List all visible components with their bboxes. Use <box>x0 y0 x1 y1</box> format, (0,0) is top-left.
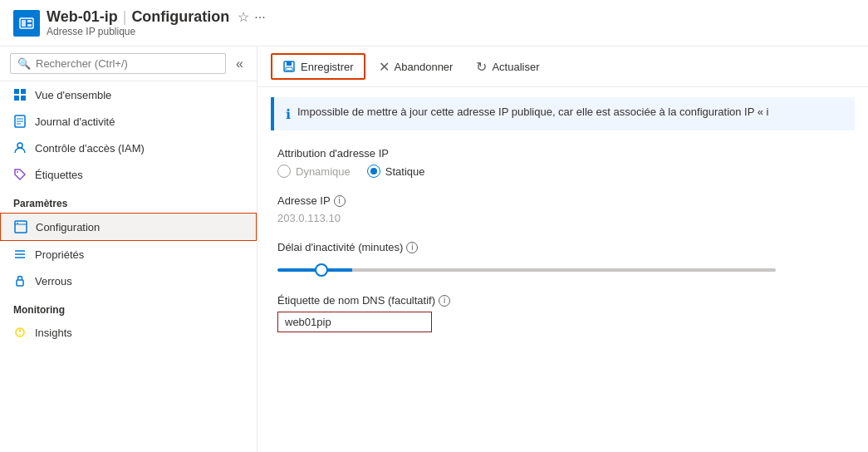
more-icon[interactable]: ··· <box>254 10 265 25</box>
ip-assignment-group: Attribution d'adresse IP Dynamique Stati… <box>277 147 848 178</box>
sidebar-label-controle: Contrôle d'accès (IAM) <box>35 142 145 155</box>
ip-assignment-label: Attribution d'adresse IP <box>277 147 848 160</box>
refresh-icon: ↻ <box>476 59 487 75</box>
ip-address-label: Adresse IP i <box>277 194 848 207</box>
iam-icon <box>13 141 27 155</box>
idle-timeout-slider-container <box>277 258 848 278</box>
svg-rect-4 <box>14 89 19 94</box>
search-input[interactable] <box>36 57 218 70</box>
discard-label: Abandonner <box>395 61 454 73</box>
sidebar-label-configuration: Configuration <box>36 221 100 233</box>
svg-point-12 <box>17 143 22 148</box>
radio-dynamic[interactable]: Dynamique <box>277 165 351 178</box>
banner-text: Impossible de mettre à jour cette adress… <box>297 106 769 118</box>
idle-timeout-slider[interactable] <box>277 268 776 272</box>
search-bar: 🔍 « <box>0 47 257 81</box>
svg-point-23 <box>19 334 21 336</box>
radio-static[interactable]: Statique <box>367 165 425 178</box>
svg-rect-20 <box>17 280 23 286</box>
tags-icon <box>13 168 27 181</box>
discard-icon: ✕ <box>379 59 390 75</box>
properties-icon <box>13 248 27 261</box>
toolbar: Enregistrer ✕ Abandonner ↻ Actualiser <box>257 47 868 87</box>
insights-icon <box>13 326 27 339</box>
resource-icon <box>13 10 40 37</box>
save-label: Enregistrer <box>301 61 354 73</box>
dns-label-group: Étiquette de nom DNS (facultatif) i <box>277 294 848 332</box>
lock-icon <box>13 274 27 287</box>
main-layout: 🔍 « Vue d'ensemble Journal d'activité Co… <box>0 47 868 452</box>
svg-rect-2 <box>27 20 32 22</box>
svg-rect-5 <box>21 89 26 94</box>
radio-static-label: Statique <box>385 165 425 178</box>
dns-input-wrap[interactable] <box>277 312 432 332</box>
config-icon <box>14 220 27 233</box>
dns-info-icon[interactable]: i <box>439 295 450 307</box>
ip-address-info-icon[interactable]: i <box>334 195 346 207</box>
svg-rect-16 <box>17 223 18 224</box>
overview-icon <box>13 88 27 101</box>
sidebar-item-configuration[interactable]: Configuration <box>0 213 257 241</box>
svg-rect-1 <box>22 20 26 27</box>
svg-point-13 <box>17 171 18 173</box>
content-area: Enregistrer ✕ Abandonner ↻ Actualiser ℹ … <box>257 47 868 452</box>
svg-rect-6 <box>14 96 19 101</box>
idle-timeout-label: Délai d'inactivité (minutes) i <box>277 241 848 253</box>
sidebar-label-journal: Journal d'activité <box>35 115 115 128</box>
page-title: Configuration <box>131 8 229 26</box>
sidebar-item-verrous[interactable]: Verrous <box>0 268 257 294</box>
header-text: Web-01-ip | Configuration ☆ ··· Adresse … <box>47 8 266 37</box>
form-content: Attribution d'adresse IP Dynamique Stati… <box>257 140 868 452</box>
save-icon <box>282 60 296 73</box>
svg-rect-26 <box>286 67 292 71</box>
sidebar-item-journal[interactable]: Journal d'activité <box>0 108 257 135</box>
favorite-icon[interactable]: ☆ <box>238 9 249 25</box>
sidebar-item-insights[interactable]: Insights <box>0 319 257 346</box>
ip-address-group: Adresse IP i 203.0.113.10 <box>277 194 848 224</box>
journal-icon <box>13 115 27 128</box>
dns-label-label: Étiquette de nom DNS (facultatif) i <box>277 294 848 307</box>
idle-timeout-info-icon[interactable]: i <box>406 242 418 253</box>
sidebar-label-proprietes: Propriétés <box>35 248 84 261</box>
refresh-label: Actualiser <box>492 61 539 73</box>
sidebar-item-controle[interactable]: Contrôle d'accès (IAM) <box>0 135 257 161</box>
sidebar-item-vue-ensemble[interactable]: Vue d'ensemble <box>0 81 257 108</box>
sidebar-label-etiquettes: Étiquettes <box>35 169 83 181</box>
idle-timeout-group: Délai d'inactivité (minutes) i <box>277 241 848 278</box>
radio-static-circle[interactable] <box>367 165 380 178</box>
svg-rect-25 <box>287 61 292 66</box>
save-button[interactable]: Enregistrer <box>271 53 365 80</box>
search-icon: 🔍 <box>17 57 31 70</box>
info-banner: ℹ Impossible de mettre à jour cette adre… <box>271 97 855 130</box>
resource-subtitle: Adresse IP publique <box>47 26 266 37</box>
collapse-button[interactable]: « <box>233 55 247 73</box>
search-input-wrap[interactable]: 🔍 <box>10 53 226 74</box>
ip-assignment-radio-group[interactable]: Dynamique Statique <box>277 165 848 178</box>
ip-address-value: 203.0.113.10 <box>277 212 848 224</box>
svg-rect-3 <box>27 24 32 27</box>
resource-name: Web-01-ip <box>47 8 118 26</box>
top-header: Web-01-ip | Configuration ☆ ··· Adresse … <box>0 0 868 47</box>
sidebar: 🔍 « Vue d'ensemble Journal d'activité Co… <box>0 47 257 452</box>
sidebar-label-vue-ensemble: Vue d'ensemble <box>35 89 111 101</box>
sidebar-item-etiquettes[interactable]: Étiquettes <box>0 161 257 188</box>
svg-rect-7 <box>21 96 26 101</box>
dns-input[interactable] <box>285 316 424 328</box>
sidebar-item-proprietes[interactable]: Propriétés <box>0 241 257 268</box>
sidebar-label-verrous: Verrous <box>35 275 72 287</box>
discard-button[interactable]: ✕ Abandonner <box>369 54 463 80</box>
section-monitoring: Monitoring <box>0 294 257 319</box>
sidebar-label-insights: Insights <box>35 327 72 339</box>
radio-dynamic-circle[interactable] <box>277 165 291 178</box>
header-separator: | <box>123 8 127 26</box>
refresh-button[interactable]: ↻ Actualiser <box>466 54 549 80</box>
section-parametres: Paramètres <box>0 188 257 213</box>
info-icon: ℹ <box>286 106 291 122</box>
radio-dynamic-label: Dynamique <box>296 165 351 178</box>
